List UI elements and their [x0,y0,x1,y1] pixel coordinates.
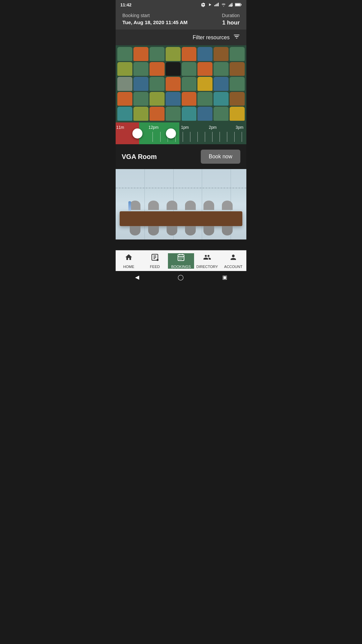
filter-resources-label: Filter resources [193,35,230,41]
timeline-thumb-right[interactable] [166,128,176,139]
directory-icon [203,253,211,263]
tick-2 [160,132,161,142]
room-card-2 [116,169,246,239]
svg-rect-4 [232,3,232,7]
svg-rect-6 [229,4,230,6]
booking-header: Booking start Tue, Aug 18, 2020 11:45 AM… [116,9,246,30]
svg-rect-8 [241,4,241,5]
nav-home[interactable]: HOME [116,253,142,269]
tick-13 [242,132,242,142]
svg-rect-3 [218,3,219,6]
room-image-1 [116,45,246,122]
home-icon [125,253,133,263]
nav-bookings[interactable]: BOOKINGS [168,253,194,269]
settings-icon [201,2,205,7]
nav-account[interactable]: ACCOUNT [220,253,246,269]
nav-directory[interactable]: DIRECTORY [194,253,220,269]
nav-feed-label: FEED [150,265,160,269]
svg-rect-1 [216,4,216,6]
tick-5 [183,132,183,142]
time-label-3pm: 3pm [236,125,243,130]
status-icons [201,2,242,7]
bookings-icon [177,253,185,263]
svg-rect-9 [235,4,240,6]
time-label-11m: 11m [116,125,124,130]
feed-icon [151,253,159,263]
svg-rect-17 [181,259,181,260]
signal-icon [214,2,219,7]
book-now-button-1[interactable]: Book now [201,150,240,164]
cell-signal-icon [228,2,233,7]
bottom-nav: HOME FEED BOOKINGS DIRECTORY ACCOUNT [116,250,246,271]
booking-duration-section: Duration 1 hour [222,13,240,26]
battery-icon [235,3,242,7]
tick-1 [153,132,153,142]
back-button[interactable]: ◀ [135,274,139,280]
filter-icon[interactable] [233,33,240,42]
svg-rect-16 [179,259,180,260]
status-time: 11:42 [120,2,131,7]
nav-home-label: HOME [123,265,134,269]
tick-9 [212,132,213,142]
booking-start-value: Tue, Aug 18, 2020 11:45 AM [122,19,188,25]
room-name-1: VGA Room [122,153,157,161]
timeline-thumb-left[interactable] [132,128,142,139]
play-icon [207,2,212,7]
nav-directory-label: DIRECTORY [196,265,218,269]
svg-rect-14 [181,258,181,258]
svg-point-11 [157,259,159,261]
tick-12 [234,132,235,142]
booking-duration-value: 1 hour [222,19,240,26]
chairs-grid [116,45,246,122]
room-card-1: 11m 12pm 1pm 2pm 3pm VGA Room Book now [116,45,246,169]
status-bar: 11:42 [116,0,246,9]
nav-account-label: ACCOUNT [224,265,242,269]
home-button[interactable]: ◯ [178,274,184,280]
svg-rect-5 [230,4,231,6]
tick-8 [205,132,205,142]
svg-rect-15 [182,258,183,258]
booking-duration-label: Duration [222,13,240,18]
filter-bar[interactable]: Filter resources [116,30,246,45]
booking-start-section: Booking start Tue, Aug 18, 2020 11:45 AM [122,13,188,25]
timeline-1[interactable]: 11m 12pm 1pm 2pm 3pm [116,122,246,144]
svg-rect-13 [179,258,180,258]
svg-rect-2 [217,4,218,6]
tick-6 [190,132,190,142]
tick-7 [197,132,198,142]
tick-10 [220,132,220,142]
time-label-1pm: 1pm [181,125,189,130]
account-icon [229,253,237,263]
time-label-2pm: 2pm [209,125,217,130]
nav-bookings-label: BOOKINGS [171,265,191,269]
booking-start-label: Booking start [122,13,188,18]
system-nav: ◀ ◯ ▣ [116,271,246,283]
time-label-12pm: 12pm [148,125,159,130]
room-image-2 [116,169,246,239]
svg-rect-0 [215,5,215,6]
tick-11 [227,132,227,142]
room-info-bar-1: VGA Room Book now [116,144,246,169]
recents-button[interactable]: ▣ [222,274,227,280]
nav-feed[interactable]: FEED [142,253,168,269]
wifi-icon [221,3,226,7]
